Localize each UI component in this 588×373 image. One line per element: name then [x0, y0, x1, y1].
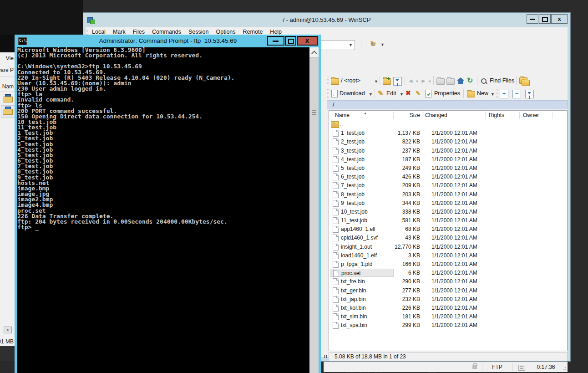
refresh-icon[interactable]: ↻ — [467, 76, 473, 85]
chevron-down-icon[interactable]: ▼ — [349, 43, 353, 47]
home-directory-icon[interactable] — [457, 77, 464, 81]
delete-icon[interactable]: ✖ — [406, 89, 411, 97]
file-name-cell[interactable]: insight_1.out — [330, 243, 394, 251]
chevron-down-icon[interactable]: ▼ — [415, 79, 419, 84]
column-divider[interactable] — [485, 112, 486, 119]
toolbar-grip[interactable] — [327, 77, 329, 86]
scroll-up-button[interactable] — [309, 47, 319, 58]
file-name-cell[interactable]: cpld1460_1.svf — [330, 234, 394, 242]
find-files-button[interactable]: Find Files — [490, 77, 514, 84]
cmd-titlebar[interactable]: C:\. Administrator: Command Prompt - ftp… — [15, 35, 321, 47]
file-name-cell[interactable]: proc.set — [330, 269, 394, 277]
file-row[interactable]: app1460_1.elf 68 KB 1/1/2000 12:01 AM — [329, 225, 567, 234]
file-row[interactable]: 4_test.job 187 KB 1/1/2000 12:01 AM — [329, 155, 567, 164]
network-session-icon[interactable] — [518, 365, 525, 371]
file-row[interactable]: 5_test.job 249 KB 1/1/2000 12:01 AM — [329, 164, 567, 173]
file-name-cell[interactable]: 10_test.job — [330, 208, 394, 216]
file-name-cell[interactable]: 3_test.job — [330, 147, 394, 155]
chevron-down-icon[interactable]: ▼ — [400, 92, 404, 97]
chevron-down-icon[interactable]: ▼ — [369, 92, 373, 97]
file-row[interactable]: 3_test.job 237 KB 1/1/2000 12:01 AM — [329, 147, 567, 155]
console-output[interactable]: Microsoft Windows [Version 6.3.9600](c) … — [17, 47, 309, 373]
parent-directory-row[interactable]: .. — [329, 120, 567, 129]
properties-button[interactable]: Properties — [434, 90, 460, 97]
package-icon[interactable] — [3, 94, 13, 102]
file-row[interactable]: txt_fre.bin 290 KB 1/1/2000 12:01 AM — [329, 277, 567, 286]
file-row[interactable]: txt_spa.bin 299 KB 1/1/2000 12:01 AM — [329, 321, 567, 330]
file-name-cell[interactable]: txt_fre.bin — [330, 277, 394, 286]
minimize-button[interactable] — [267, 36, 284, 46]
filter-icon[interactable] — [393, 77, 402, 86]
file-name-cell[interactable]: txt_sim.bin — [330, 312, 394, 321]
chevron-down-icon[interactable]: ▼ — [380, 42, 385, 47]
resize-grip[interactable] — [563, 367, 566, 371]
file-row[interactable]: load1460_1.elf 3 KB 1/1/2000 12:01 AM — [329, 251, 567, 260]
file-row[interactable]: 9_test.job 344 KB 1/1/2000 12:01 AM — [329, 199, 567, 208]
close-button[interactable]: x — [551, 14, 568, 24]
column-header-changed[interactable]: Changed — [425, 112, 447, 118]
file-name-cell[interactable]: 7_test.job — [330, 181, 394, 189]
winscp-titlebar[interactable]: / - admin@10.53.45.69 - WinSCP x — [83, 13, 570, 27]
transfer-settings-icon[interactable]: ↻ — [370, 40, 376, 48]
back-icon[interactable]: ◄ — [408, 77, 414, 84]
column-header-name[interactable]: Name — [335, 112, 350, 118]
scrollbar[interactable] — [309, 47, 319, 373]
file-name-cell[interactable]: 4_test.job — [330, 155, 394, 164]
parent-directory-icon[interactable] — [436, 78, 445, 85]
protocol-indicator[interactable]: FTP — [482, 364, 512, 370]
file-name-cell[interactable]: txt_jap.bin — [330, 295, 394, 303]
file-name-cell[interactable]: p_fpga_1.pld — [330, 260, 394, 268]
toolbar-grip[interactable] — [497, 89, 498, 98]
file-name-cell[interactable]: 11_test.job — [330, 216, 394, 225]
toolbar-grip[interactable] — [327, 89, 329, 98]
file-row[interactable]: insight_1.out 12,770 KB 1/1/2000 12:01 A… — [329, 243, 567, 251]
root-directory-icon[interactable] — [446, 78, 455, 85]
file-row[interactable]: 7_test.job 209 KB 1/1/2000 12:01 AM — [329, 181, 567, 190]
column-header-size[interactable]: Size — [394, 112, 420, 118]
file-row[interactable]: proc.set 6 KB 1/1/2000 12:01 AM — [329, 269, 567, 277]
close-button[interactable]: X — [297, 36, 318, 46]
select-add-button[interactable]: + — [500, 90, 508, 98]
file-row[interactable]: txt_sim.bin 181 KB 1/1/2000 12:01 AM — [329, 312, 567, 321]
selection-filter-button[interactable] — [525, 90, 534, 98]
file-row[interactable]: cpld1460_1.svf 43 KB 1/1/2000 12:01 AM — [329, 234, 567, 242]
file-name-cell[interactable]: app1460_1.elf — [330, 225, 394, 233]
chevron-down-icon[interactable]: ▼ — [374, 79, 378, 84]
maximize-button[interactable] — [539, 14, 551, 24]
new-button[interactable]: New — [477, 90, 488, 97]
file-name-cell[interactable]: txt_ger.bin — [330, 286, 394, 295]
column-header-fragment-name[interactable]: Nam — [2, 83, 14, 90]
file-name-cell[interactable]: 8_test.job — [330, 190, 394, 199]
file-row[interactable]: txt_jap.bin 232 KB 1/1/2000 12:01 AM — [329, 295, 567, 304]
column-header-rights[interactable]: Rights — [489, 112, 504, 118]
file-name-cell[interactable]: 9_test.job — [330, 199, 394, 207]
column-divider[interactable] — [422, 112, 422, 119]
file-row[interactable]: 8_test.job 203 KB 1/1/2000 12:01 AM — [329, 190, 567, 199]
file-name-cell[interactable]: txt_spa.bin — [330, 321, 394, 329]
file-row[interactable]: 2_test.job 822 KB 1/1/2000 12:01 AM — [329, 138, 567, 146]
remote-path-bar[interactable]: / — [327, 100, 568, 109]
file-name-cell[interactable]: txt_kor.bin — [330, 304, 394, 312]
file-row[interactable]: txt_kor.bin 226 KB 1/1/2000 12:01 AM — [329, 304, 567, 312]
file-name-cell[interactable]: 2_test.job — [330, 138, 394, 146]
remote-path-combobox[interactable]: / <root> — [341, 77, 360, 84]
file-name-cell[interactable]: 1_test.job — [330, 129, 394, 137]
edit-button[interactable]: Edit — [386, 90, 396, 97]
select-remove-button[interactable]: − — [512, 90, 521, 98]
menu-fragment-view[interactable]: Vie — [6, 55, 14, 61]
file-row[interactable]: p_fpga_1.pld 166 KB 1/1/2000 12:01 AM — [329, 260, 567, 269]
download-button[interactable]: Download — [340, 90, 365, 97]
file-row[interactable]: 11_test.job 581 KB 1/1/2000 12:01 AM — [329, 216, 567, 225]
chevron-down-icon[interactable]: ▼ — [491, 92, 495, 97]
column-divider[interactable] — [552, 112, 553, 119]
forward-icon[interactable]: ► — [421, 77, 426, 84]
file-name-cell[interactable]: load1460_1.elf — [330, 251, 394, 260]
file-row[interactable]: txt_ger.bin 277 KB 1/1/2000 12:01 AM — [329, 286, 567, 295]
column-divider[interactable] — [519, 112, 520, 119]
package-icon[interactable] — [3, 107, 13, 115]
small-button-fragment[interactable]: x — [4, 327, 12, 333]
file-name-cell[interactable]: 5_test.job — [330, 164, 394, 172]
rename-icon[interactable]: ✎ — [416, 90, 421, 97]
file-name-cell[interactable]: 6_test.job — [330, 173, 394, 181]
file-row[interactable]: 1_test.job 1,137 KB 1/1/2000 12:01 AM — [329, 129, 567, 138]
